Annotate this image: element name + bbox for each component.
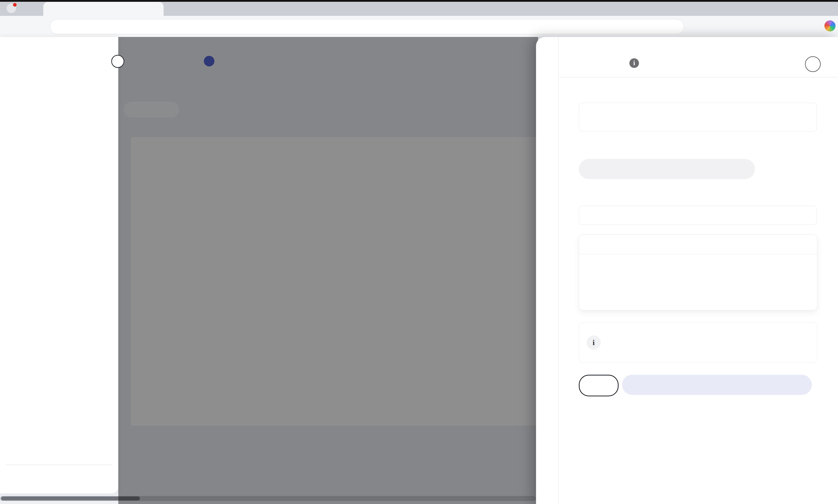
tab-close-icon[interactable] <box>152 6 158 12</box>
minimize-icon[interactable] <box>776 4 785 12</box>
cancel-button[interactable] <box>579 375 618 396</box>
notification-dot <box>13 2 17 7</box>
browser-tab[interactable] <box>43 2 163 16</box>
info-filled-icon[interactable]: i <box>629 58 639 68</box>
back-icon[interactable] <box>10 22 19 31</box>
chevron-down-icon <box>801 240 808 248</box>
sidebar-user-menu[interactable] <box>0 472 118 493</box>
drawer-close-button[interactable] <box>805 56 821 72</box>
save-apply-button[interactable] <box>622 375 812 395</box>
modal-dim-overlay[interactable] <box>118 37 538 504</box>
window-close-icon[interactable] <box>825 4 834 12</box>
divider <box>558 37 559 504</box>
more-options-icon[interactable] <box>806 23 814 32</box>
new-tab-plus-icon[interactable] <box>170 4 178 12</box>
collections-icon[interactable] <box>762 22 770 31</box>
refresh-icon[interactable] <box>31 22 40 31</box>
copilot-icon[interactable] <box>824 20 836 32</box>
chevron-up-icon <box>92 480 99 486</box>
browser-essentials-icon[interactable] <box>784 22 793 31</box>
divider <box>579 254 817 254</box>
divider <box>6 465 112 465</box>
drawer-collapse-button[interactable] <box>542 46 553 60</box>
tab-manager-icon[interactable] <box>25 5 33 13</box>
favorites-icon[interactable] <box>739 22 747 31</box>
site-info-icon[interactable] <box>57 23 64 31</box>
restore-icon[interactable] <box>801 4 809 12</box>
user-avatar-icon <box>13 478 23 488</box>
split-screen-icon[interactable] <box>716 22 725 31</box>
search-fields-input[interactable] <box>579 206 817 225</box>
sidebar <box>0 37 118 493</box>
screenshot-root: i i <box>0 0 838 504</box>
add-filter-drawer: i i <box>536 37 838 504</box>
filter-name-input[interactable] <box>579 103 817 132</box>
info-note: i <box>579 322 817 363</box>
field-group-header[interactable] <box>579 235 817 254</box>
browser-titlebar <box>0 0 838 16</box>
close-icon <box>809 61 816 67</box>
fox-logo-icon <box>12 47 28 63</box>
url-bar[interactable] <box>50 19 684 34</box>
sidebar-collapse-button[interactable] <box>111 55 124 68</box>
divider <box>559 77 838 77</box>
info-icon: i <box>587 336 601 349</box>
field-group-card <box>579 234 817 310</box>
filter-type-segmented-control <box>579 159 755 179</box>
folder-filled-icon <box>587 240 596 249</box>
tab-globe-icon <box>50 5 57 12</box>
bookmark-star-icon[interactable] <box>669 23 677 31</box>
brand-logo <box>12 47 32 63</box>
chevron-right-icon <box>115 59 121 64</box>
